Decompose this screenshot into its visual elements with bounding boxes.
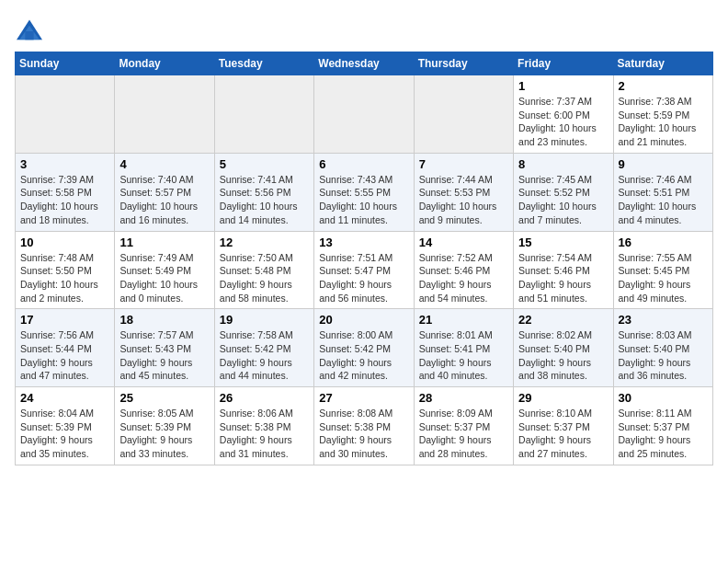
- calendar-day-cell: 18Sunrise: 7:57 AM Sunset: 5:43 PM Dayli…: [115, 309, 214, 387]
- day-number: 28: [419, 391, 508, 405]
- calendar-day-cell: 13Sunrise: 7:51 AM Sunset: 5:47 PM Dayli…: [314, 231, 414, 309]
- day-number: 3: [20, 157, 109, 171]
- day-info: Sunrise: 7:56 AM Sunset: 5:44 PM Dayligh…: [20, 328, 109, 383]
- svg-rect-2: [25, 31, 33, 40]
- calendar-day-cell: [214, 75, 313, 154]
- calendar-week-row: 24Sunrise: 8:04 AM Sunset: 5:39 PM Dayli…: [16, 387, 713, 465]
- day-info: Sunrise: 7:46 AM Sunset: 5:51 PM Dayligh…: [619, 173, 708, 227]
- day-info: Sunrise: 7:44 AM Sunset: 5:53 PM Dayligh…: [419, 173, 508, 227]
- calendar-week-row: 1Sunrise: 7:37 AM Sunset: 6:00 PM Daylig…: [16, 75, 713, 154]
- day-info: Sunrise: 7:45 AM Sunset: 5:52 PM Dayligh…: [518, 173, 608, 227]
- day-number: 6: [319, 157, 408, 171]
- logo: [15, 18, 48, 44]
- day-info: Sunrise: 7:41 AM Sunset: 5:56 PM Dayligh…: [220, 173, 309, 227]
- calendar-day-cell: 8Sunrise: 7:45 AM Sunset: 5:52 PM Daylig…: [514, 153, 613, 231]
- day-number: 17: [20, 313, 109, 327]
- day-number: 26: [220, 391, 309, 405]
- day-info: Sunrise: 8:06 AM Sunset: 5:38 PM Dayligh…: [220, 407, 309, 461]
- day-info: Sunrise: 7:38 AM Sunset: 5:59 PM Dayligh…: [619, 95, 708, 149]
- calendar-day-cell: 24Sunrise: 8:04 AM Sunset: 5:39 PM Dayli…: [16, 387, 115, 465]
- page-header: [15, 15, 713, 44]
- day-number: 16: [619, 236, 708, 249]
- calendar-day-cell: 25Sunrise: 8:05 AM Sunset: 5:39 PM Dayli…: [115, 387, 214, 465]
- calendar-day-cell: 19Sunrise: 7:58 AM Sunset: 5:42 PM Dayli…: [214, 309, 313, 387]
- day-info: Sunrise: 8:08 AM Sunset: 5:38 PM Dayligh…: [319, 407, 408, 461]
- weekday-header-monday: Monday: [115, 52, 214, 75]
- calendar-day-cell: 22Sunrise: 8:02 AM Sunset: 5:40 PM Dayli…: [514, 309, 613, 387]
- day-info: Sunrise: 7:49 AM Sunset: 5:49 PM Dayligh…: [119, 251, 209, 305]
- calendar-day-cell: 9Sunrise: 7:46 AM Sunset: 5:51 PM Daylig…: [613, 153, 712, 231]
- day-info: Sunrise: 7:50 AM Sunset: 5:48 PM Dayligh…: [220, 251, 309, 305]
- day-info: Sunrise: 8:05 AM Sunset: 5:39 PM Dayligh…: [119, 407, 209, 461]
- day-info: Sunrise: 7:57 AM Sunset: 5:43 PM Dayligh…: [119, 328, 209, 383]
- day-number: 9: [619, 157, 708, 171]
- calendar-day-cell: [115, 75, 214, 154]
- calendar-day-cell: 3Sunrise: 7:39 AM Sunset: 5:58 PM Daylig…: [16, 153, 115, 231]
- day-number: 29: [518, 391, 608, 405]
- calendar-day-cell: 2Sunrise: 7:38 AM Sunset: 5:59 PM Daylig…: [613, 75, 712, 154]
- day-number: 20: [319, 313, 408, 327]
- day-number: 22: [518, 313, 608, 327]
- calendar-day-cell: 26Sunrise: 8:06 AM Sunset: 5:38 PM Dayli…: [214, 387, 313, 465]
- weekday-header-tuesday: Tuesday: [214, 52, 313, 75]
- calendar-day-cell: 17Sunrise: 7:56 AM Sunset: 5:44 PM Dayli…: [16, 309, 115, 387]
- day-info: Sunrise: 7:39 AM Sunset: 5:58 PM Dayligh…: [20, 173, 109, 227]
- day-number: 12: [220, 236, 309, 249]
- calendar-day-cell: 4Sunrise: 7:40 AM Sunset: 5:57 PM Daylig…: [115, 153, 214, 231]
- day-number: 10: [20, 236, 109, 249]
- day-info: Sunrise: 7:55 AM Sunset: 5:45 PM Dayligh…: [619, 251, 708, 305]
- day-info: Sunrise: 8:09 AM Sunset: 5:37 PM Dayligh…: [419, 407, 508, 461]
- calendar-day-cell: 12Sunrise: 7:50 AM Sunset: 5:48 PM Dayli…: [214, 231, 313, 309]
- day-number: 1: [518, 79, 608, 93]
- calendar-day-cell: [314, 75, 414, 154]
- day-number: 4: [119, 157, 209, 171]
- day-info: Sunrise: 7:48 AM Sunset: 5:50 PM Dayligh…: [20, 251, 109, 305]
- logo-icon: [15, 18, 44, 44]
- calendar-day-cell: 23Sunrise: 8:03 AM Sunset: 5:40 PM Dayli…: [613, 309, 712, 387]
- calendar-day-cell: 28Sunrise: 8:09 AM Sunset: 5:37 PM Dayli…: [414, 387, 513, 465]
- day-info: Sunrise: 7:51 AM Sunset: 5:47 PM Dayligh…: [319, 251, 408, 305]
- day-number: 13: [319, 236, 408, 249]
- day-info: Sunrise: 7:58 AM Sunset: 5:42 PM Dayligh…: [220, 328, 309, 383]
- day-number: 18: [119, 313, 209, 327]
- calendar-day-cell: 7Sunrise: 7:44 AM Sunset: 5:53 PM Daylig…: [414, 153, 513, 231]
- weekday-header-thursday: Thursday: [414, 52, 513, 75]
- day-info: Sunrise: 7:54 AM Sunset: 5:46 PM Dayligh…: [518, 251, 608, 305]
- calendar-table: SundayMondayTuesdayWednesdayThursdayFrid…: [15, 52, 713, 465]
- day-info: Sunrise: 8:01 AM Sunset: 5:41 PM Dayligh…: [419, 328, 508, 383]
- day-number: 14: [419, 236, 508, 249]
- day-number: 21: [419, 313, 508, 327]
- calendar-day-cell: 27Sunrise: 8:08 AM Sunset: 5:38 PM Dayli…: [314, 387, 414, 465]
- day-info: Sunrise: 7:40 AM Sunset: 5:57 PM Dayligh…: [119, 173, 209, 227]
- calendar-day-cell: 5Sunrise: 7:41 AM Sunset: 5:56 PM Daylig…: [214, 153, 313, 231]
- weekday-header-friday: Friday: [514, 52, 613, 75]
- weekday-header-sunday: Sunday: [16, 52, 115, 75]
- calendar-day-cell: 14Sunrise: 7:52 AM Sunset: 5:46 PM Dayli…: [414, 231, 513, 309]
- calendar-day-cell: 10Sunrise: 7:48 AM Sunset: 5:50 PM Dayli…: [16, 231, 115, 309]
- day-number: 25: [119, 391, 209, 405]
- calendar-day-cell: 1Sunrise: 7:37 AM Sunset: 6:00 PM Daylig…: [514, 75, 613, 154]
- day-number: 24: [20, 391, 109, 405]
- day-info: Sunrise: 8:04 AM Sunset: 5:39 PM Dayligh…: [20, 407, 109, 461]
- day-info: Sunrise: 8:10 AM Sunset: 5:37 PM Dayligh…: [518, 407, 608, 461]
- day-info: Sunrise: 8:11 AM Sunset: 5:37 PM Dayligh…: [619, 407, 708, 461]
- weekday-header-wednesday: Wednesday: [314, 52, 414, 75]
- day-info: Sunrise: 8:03 AM Sunset: 5:40 PM Dayligh…: [619, 328, 708, 383]
- day-number: 2: [619, 79, 708, 93]
- day-number: 8: [518, 157, 608, 171]
- day-number: 19: [220, 313, 309, 327]
- calendar-day-cell: 15Sunrise: 7:54 AM Sunset: 5:46 PM Dayli…: [514, 231, 613, 309]
- calendar-day-cell: 30Sunrise: 8:11 AM Sunset: 5:37 PM Dayli…: [613, 387, 712, 465]
- calendar-day-cell: 6Sunrise: 7:43 AM Sunset: 5:55 PM Daylig…: [314, 153, 414, 231]
- day-info: Sunrise: 7:52 AM Sunset: 5:46 PM Dayligh…: [419, 251, 508, 305]
- day-number: 7: [419, 157, 508, 171]
- day-info: Sunrise: 8:02 AM Sunset: 5:40 PM Dayligh…: [518, 328, 608, 383]
- calendar-week-row: 17Sunrise: 7:56 AM Sunset: 5:44 PM Dayli…: [16, 309, 713, 387]
- weekday-header-saturday: Saturday: [613, 52, 712, 75]
- day-number: 23: [619, 313, 708, 327]
- day-number: 30: [619, 391, 708, 405]
- calendar-day-cell: 20Sunrise: 8:00 AM Sunset: 5:42 PM Dayli…: [314, 309, 414, 387]
- weekday-header-row: SundayMondayTuesdayWednesdayThursdayFrid…: [16, 52, 713, 75]
- day-number: 27: [319, 391, 408, 405]
- calendar-day-cell: 29Sunrise: 8:10 AM Sunset: 5:37 PM Dayli…: [514, 387, 613, 465]
